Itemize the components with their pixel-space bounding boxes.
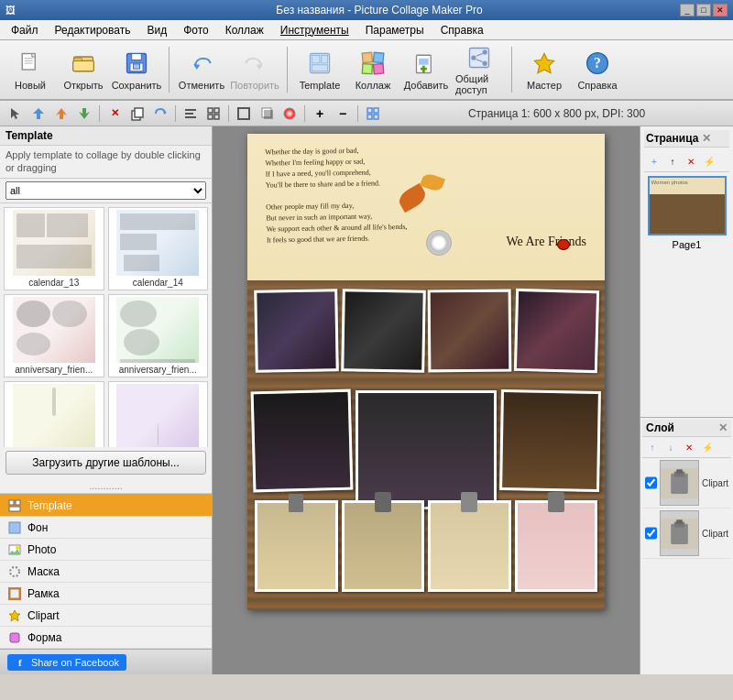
layer-del-btn[interactable]: ✕ — [681, 439, 697, 455]
mask-layer-icon — [7, 564, 22, 579]
page-del-btn[interactable]: ✕ — [683, 153, 699, 170]
help-button[interactable]: ? Справка — [573, 43, 622, 96]
page-refresh-btn[interactable]: ⚡ — [701, 153, 717, 170]
undo-button[interactable]: Отменить — [177, 43, 226, 96]
canvas-container: Whether the day is good or bad, Whether … — [247, 134, 605, 610]
layer-2-visibility[interactable] — [645, 527, 657, 540]
left-panel: Template Apply template to collage by do… — [0, 126, 213, 674]
svg-marker-12 — [257, 64, 263, 70]
tab-clipart[interactable]: Clipart — [0, 605, 212, 627]
main-toolbar: Новый Открыть Сохранить Отменить Повтори… — [0, 40, 733, 101]
tab-template[interactable]: Template — [0, 495, 212, 517]
facebook-button[interactable]: f Share on Facebook — [7, 654, 126, 671]
add-button[interactable]: Добавить — [401, 43, 451, 96]
collage-button[interactable]: Коллаж — [348, 43, 398, 96]
layer-1-thumb — [660, 460, 699, 506]
page-thumbnail[interactable]: Women photos — [648, 176, 727, 235]
shadow-tool[interactable] — [257, 104, 277, 124]
align-tool[interactable] — [181, 104, 201, 124]
color-tool[interactable] — [279, 104, 300, 124]
photo-9[interactable] — [342, 500, 425, 592]
tab-shape[interactable]: Форма — [0, 627, 212, 649]
grid-tool[interactable] — [203, 104, 224, 124]
tab-frame-label: Рамка — [27, 587, 60, 600]
minimize-button[interactable]: _ — [680, 4, 695, 16]
tab-frame[interactable]: Рамка — [0, 583, 212, 605]
layer-tabs: Template Фон Photo Маска — [0, 494, 212, 649]
svg-rect-72 — [676, 520, 683, 523]
select-tool[interactable] — [5, 104, 26, 124]
menu-help[interactable]: Справка — [433, 22, 491, 38]
svg-rect-14 — [312, 55, 320, 63]
page-add-btn[interactable]: + — [646, 153, 662, 170]
wizard-button[interactable]: Мастер — [520, 43, 569, 96]
delete-tool[interactable]: ✕ — [104, 104, 125, 124]
layer-down-btn[interactable]: ↓ — [662, 439, 679, 455]
menu-file[interactable]: Файл — [4, 22, 46, 38]
share-button[interactable]: Общий доступ — [454, 43, 504, 96]
template-item[interactable]: calendar_13 — [4, 207, 104, 290]
menu-collage[interactable]: Коллаж — [218, 22, 271, 38]
menu-photo[interactable]: Фото — [176, 22, 216, 38]
tab-photo[interactable]: Photo — [0, 539, 212, 561]
menu-tools[interactable]: Инструменты — [273, 22, 356, 38]
load-templates-button[interactable]: Загрузить другие шаблоны... — [5, 451, 206, 475]
menu-params[interactable]: Параметры — [358, 22, 432, 38]
photo-7[interactable] — [499, 389, 601, 492]
tab-shape-label: Форма — [27, 631, 61, 644]
tab-mask[interactable]: Маска — [0, 561, 212, 583]
layer-up-btn[interactable]: ↑ — [644, 439, 661, 455]
wizard-label: Мастер — [527, 80, 562, 91]
close-button[interactable]: ✕ — [713, 4, 728, 16]
up-tool[interactable] — [51, 104, 71, 124]
template-thumb — [116, 210, 199, 276]
photo-3[interactable] — [428, 290, 511, 373]
layer-1-visibility[interactable] — [645, 476, 657, 489]
copy-tool[interactable] — [127, 104, 148, 124]
photo-2[interactable] — [341, 289, 425, 373]
main-area: Template Apply template to collage by do… — [0, 126, 733, 674]
arrow-tool[interactable] — [28, 104, 49, 124]
open-button[interactable]: Открыть — [59, 43, 108, 96]
page-move-btn[interactable]: ↑ — [664, 153, 681, 170]
template-item[interactable]: anniversary_frien... — [4, 294, 104, 377]
zoom-in-tool[interactable]: + — [310, 104, 330, 124]
layer-refresh-btn[interactable]: ⚡ — [699, 439, 716, 455]
maximize-button[interactable]: □ — [696, 4, 711, 16]
layer-panel-close[interactable]: ✕ — [718, 421, 728, 434]
redo-button[interactable]: Повторить — [230, 43, 279, 96]
photo-4[interactable] — [513, 289, 598, 373]
secondary-toolbar: ✕ + − Страница 1: 600 x 800 px, DPI: 300 — [0, 101, 733, 126]
down-tool[interactable] — [74, 104, 94, 124]
svg-marker-61 — [9, 610, 20, 621]
rotate-tool[interactable] — [150, 104, 170, 124]
template-item[interactable]: calendar_14 — [108, 207, 209, 290]
photo-11[interactable] — [515, 500, 598, 592]
template-item[interactable]: april_fools_02 — [4, 381, 104, 447]
photo-5[interactable] — [251, 389, 354, 493]
fit-tool[interactable] — [363, 104, 383, 124]
save-button[interactable]: Сохранить — [112, 43, 161, 96]
tab-clipart-label: Clipart — [27, 609, 60, 622]
template-button[interactable]: Template — [295, 43, 345, 96]
template-item[interactable]: april_fools_03 — [108, 381, 209, 447]
menu-edit[interactable]: Редактировать — [48, 22, 138, 38]
menu-view[interactable]: Вид — [139, 22, 174, 38]
tab-bg[interactable]: Фон — [0, 517, 212, 539]
zoom-out-tool[interactable]: − — [333, 104, 353, 124]
template-item[interactable]: anniversary_frien... — [108, 294, 209, 377]
tab-mask-label: Маска — [27, 565, 60, 578]
photo-10[interactable] — [428, 500, 511, 592]
new-button[interactable]: Новый — [5, 43, 55, 96]
window-controls[interactable]: _ □ ✕ — [680, 4, 728, 16]
layer-item-2[interactable]: Clipart — [642, 509, 731, 559]
template-thumb — [13, 210, 95, 276]
photo-8[interactable] — [255, 500, 338, 592]
photo-1[interactable] — [254, 289, 338, 373]
layer-item-1[interactable]: Clipart — [642, 458, 731, 509]
filter-select[interactable]: all anniversary calendar — [5, 181, 206, 200]
photo-layer-icon — [7, 542, 22, 557]
border-tool[interactable] — [234, 104, 254, 124]
svg-text:f: f — [18, 657, 22, 668]
canvas-area[interactable]: Whether the day is good or bad, Whether … — [213, 126, 640, 674]
